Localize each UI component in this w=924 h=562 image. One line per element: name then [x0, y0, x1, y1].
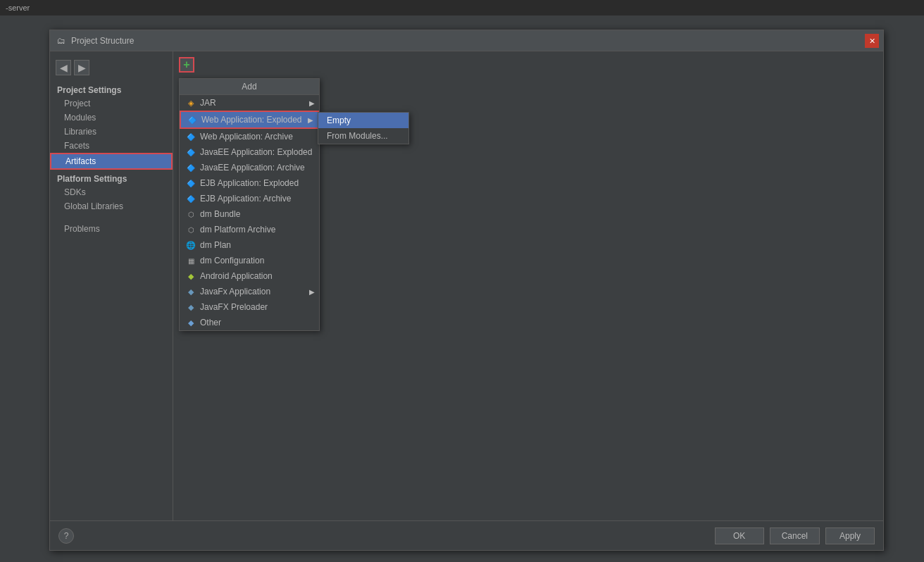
web-exploded-arrow: ▶ [308, 116, 313, 124]
add-button-container: + Add ◈ JAR ▶ 🔷 [179, 57, 194, 73]
sidebar-item-sdks[interactable]: SDKs [50, 185, 173, 199]
dialog-body: ◀ ▶ Project Settings Project Modules Lib… [50, 51, 883, 520]
dialog-footer: ? OK Cancel Apply [50, 520, 883, 550]
other-icon: ◆ [185, 317, 196, 328]
javafx-icon: ◆ [185, 286, 196, 297]
dm-config-icon: ▦ [185, 255, 196, 266]
dropdown-item-javafx-preloader[interactable]: ◆ JavaFX Preloader [180, 299, 319, 315]
sidebar: ◀ ▶ Project Settings Project Modules Lib… [50, 51, 173, 520]
dropdown-header: Add [180, 79, 319, 95]
dm-platform-archive-icon: ⬡ [185, 224, 196, 235]
dropdown-menu-list: Add ◈ JAR ▶ 🔷 Web Application: Exploded … [179, 78, 320, 331]
dialog-icon: 🗂 [56, 35, 67, 46]
dialog-title: Project Structure [71, 36, 134, 46]
ok-button[interactable]: OK [715, 527, 764, 544]
javaee-archive-icon: 🔷 [185, 162, 196, 173]
project-settings-label: Project Settings [50, 81, 173, 96]
sidebar-item-global-libraries[interactable]: Global Libraries [50, 199, 173, 213]
add-dropdown-menu: Add ◈ JAR ▶ 🔷 Web Application: Exploded … [179, 78, 320, 331]
javafx-preloader-icon: ◆ [185, 301, 196, 313]
sidebar-nav-buttons: ◀ ▶ [50, 57, 173, 78]
dropdown-item-javaee-exploded[interactable]: 🔷 JavaEE Application: Exploded [180, 144, 319, 160]
sidebar-item-problems[interactable]: Problems [50, 222, 173, 236]
dm-bundle-icon: ⬡ [185, 208, 196, 220]
web-exploded-submenu: Empty From Modules... [318, 112, 409, 144]
dropdown-item-javafx[interactable]: ◆ JavaFx Application ▶ [180, 284, 319, 299]
dropdown-item-web-exploded[interactable]: 🔷 Web Application: Exploded ▶ Empty From… [180, 111, 319, 129]
dropdown-item-javaee-archive[interactable]: 🔷 JavaEE Application: Archive [180, 160, 319, 175]
dropdown-item-dm-configuration[interactable]: ▦ dm Configuration [180, 253, 319, 268]
help-button[interactable]: ? [58, 528, 74, 544]
submenu-item-from-modules[interactable]: From Modules... [318, 128, 408, 144]
web-archive-icon: 🔷 [185, 131, 196, 142]
dropdown-item-other[interactable]: ◆ Other [180, 315, 319, 330]
sidebar-item-libraries[interactable]: Libraries [50, 125, 173, 139]
android-icon: ◆ [185, 270, 196, 282]
ejb-exploded-icon: 🔷 [185, 177, 196, 189]
nav-back-button[interactable]: ◀ [56, 60, 71, 75]
dropdown-item-ejb-archive[interactable]: 🔷 EJB Application: Archive [180, 191, 319, 206]
main-content: + Add ◈ JAR ▶ 🔷 [173, 51, 883, 520]
jar-submenu-arrow: ▶ [309, 99, 315, 107]
add-artifact-button[interactable]: + [179, 57, 194, 73]
sidebar-item-facets[interactable]: Facets [50, 139, 173, 153]
web-exploded-icon: 🔷 [187, 114, 198, 125]
javaee-exploded-icon: 🔷 [185, 146, 196, 158]
close-button[interactable]: ✕ [865, 34, 879, 48]
dialog-titlebar: 🗂 Project Structure ✕ [50, 30, 883, 51]
top-bar: -server [0, 0, 924, 15]
dm-plan-icon: 🌐 [185, 239, 196, 251]
submenu-item-empty[interactable]: Empty [318, 113, 408, 128]
apply-button[interactable]: Apply [825, 527, 875, 544]
sidebar-item-project[interactable]: Project [50, 96, 173, 111]
sidebar-item-artifacts[interactable]: Artifacts [50, 153, 173, 170]
sidebar-item-modules[interactable]: Modules [50, 111, 173, 125]
dropdown-item-dm-bundle[interactable]: ⬡ dm Bundle [180, 206, 319, 222]
dropdown-item-ejb-exploded[interactable]: 🔷 EJB Application: Exploded [180, 175, 319, 191]
nav-forward-button[interactable]: ▶ [74, 60, 89, 75]
top-bar-text: -server [6, 4, 30, 12]
dropdown-item-android[interactable]: ◆ Android Application [180, 268, 319, 284]
ejb-archive-icon: 🔷 [185, 193, 196, 204]
dropdown-item-jar[interactable]: ◈ JAR ▶ [180, 95, 319, 111]
javafx-arrow: ▶ [309, 288, 315, 296]
cancel-button[interactable]: Cancel [770, 527, 820, 544]
jar-icon: ◈ [185, 97, 196, 108]
dropdown-item-dm-plan[interactable]: 🌐 dm Plan [180, 237, 319, 253]
dropdown-item-web-archive[interactable]: 🔷 Web Application: Archive [180, 129, 319, 144]
platform-settings-label: Platform Settings [50, 170, 173, 185]
dropdown-item-dm-platform-archive[interactable]: ⬡ dm Platform Archive [180, 222, 319, 237]
project-structure-dialog: 🗂 Project Structure ✕ ◀ ▶ Project Settin… [49, 30, 884, 551]
